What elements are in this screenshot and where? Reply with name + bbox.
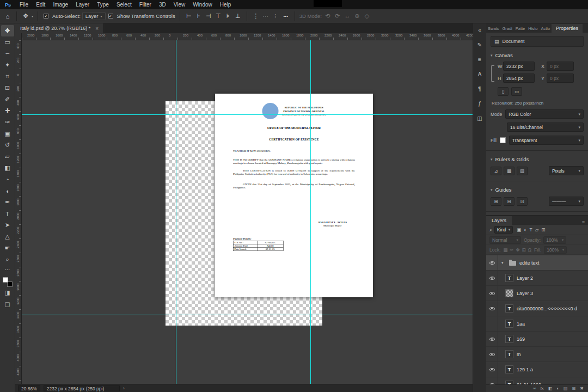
width-field[interactable]: 2232 px — [503, 62, 535, 71]
x-field[interactable]: 0 px — [547, 62, 574, 71]
layer-row[interactable]: ▾edite text — [486, 255, 588, 271]
menu-filter[interactable]: Filter — [136, 0, 155, 9]
vertical-ruler[interactable]: 4002000200400600800100012001400160018002… — [15, 40, 22, 384]
lock-transparent-icon[interactable]: ▦ — [503, 247, 507, 253]
close-icon[interactable]: × — [95, 26, 99, 32]
eyedropper-tool[interactable]: ✐ — [1, 94, 14, 105]
type-filter-icon[interactable]: T — [529, 227, 532, 232]
guide-style-select[interactable]: ——— ▾ — [549, 197, 584, 206]
screen-mode-icon[interactable]: ▢ — [1, 298, 14, 310]
lock-all-icon[interactable]: Ω — [528, 247, 531, 253]
clone-stamp-tool[interactable]: ▣ — [1, 128, 14, 139]
fill-select[interactable]: Transparent ▾ — [509, 136, 584, 145]
visibility-toggle[interactable] — [486, 255, 498, 270]
vertical-guide[interactable] — [310, 40, 311, 384]
opacity-select[interactable]: 100% ▾ — [543, 236, 566, 244]
menu-view[interactable]: View — [170, 0, 189, 9]
layer-row[interactable]: T169 — [486, 332, 588, 347]
blend-mode-select[interactable]: Normal ▾ — [489, 236, 521, 244]
visibility-toggle[interactable] — [486, 332, 498, 346]
move-tool-preset-icon[interactable]: ✥ — [21, 13, 30, 20]
menu-select[interactable]: Select — [113, 0, 136, 9]
document-type-row[interactable]: ▤ Document — [491, 36, 584, 47]
eraser-tool[interactable]: ▱ — [1, 151, 14, 162]
hand-tool[interactable]: ☛ — [1, 242, 14, 254]
lock-position-icon[interactable]: ✥ — [516, 247, 519, 253]
delete-layer-icon[interactable]: ✖ — [580, 386, 584, 391]
tab-properties[interactable]: Properties — [552, 24, 583, 33]
collapse-panels-icon[interactable]: « — [475, 26, 485, 34]
zoom-tool[interactable]: ⌕ — [1, 254, 14, 265]
smart-object-filter-icon[interactable]: ⊞ — [541, 227, 545, 232]
canvas-section-header[interactable]: ▾ Canvas — [491, 52, 584, 58]
tab-gradi[interactable]: Gradi — [500, 24, 513, 33]
landscape-orientation-button[interactable]: ▭ — [511, 87, 522, 96]
visibility-toggle[interactable] — [486, 286, 498, 301]
tab-histo[interactable]: Histo — [526, 24, 539, 33]
quick-selection-tool[interactable]: ✦ — [1, 59, 14, 71]
menu-3d[interactable]: 3D — [155, 0, 170, 9]
visibility-toggle[interactable] — [486, 347, 498, 362]
distribute-horizontal-icon[interactable]: ⋯ — [261, 13, 270, 20]
layer-row[interactable]: Tm — [486, 347, 588, 362]
filter-kind-select[interactable]: Kind ▾ — [494, 226, 513, 234]
edit-toolbar-icon[interactable]: … — [5, 265, 10, 274]
horizontal-guide[interactable] — [22, 114, 473, 115]
guide-icon-1[interactable]: ⊞ — [491, 197, 501, 206]
brush-tool[interactable]: ✑ — [1, 117, 14, 128]
align-bottom-icon[interactable]: ⊥ — [234, 13, 242, 20]
menu-image[interactable]: Image — [49, 0, 72, 9]
paragraph-panel-icon[interactable]: ¶ — [475, 84, 485, 93]
move-tool[interactable]: ✥ — [1, 25, 14, 36]
character-panel-icon[interactable]: A — [475, 70, 485, 78]
tab-layers[interactable]: Layers — [486, 216, 512, 225]
visibility-toggle[interactable] — [486, 377, 498, 384]
menu-type[interactable]: Type — [93, 0, 113, 9]
scale-3d-icon[interactable]: ◇ — [363, 13, 371, 20]
align-left-icon[interactable]: ⊢ — [185, 13, 193, 20]
drag-3d-icon[interactable]: ↔ — [343, 13, 352, 20]
menu-window[interactable]: Window — [189, 0, 216, 9]
layer-row[interactable]: TLayer 2 — [486, 271, 588, 286]
rotate-3d-icon[interactable]: ⟲ — [323, 13, 332, 20]
visibility-toggle[interactable] — [486, 301, 498, 316]
y-field[interactable]: 0 px — [547, 74, 574, 83]
horizontal-ruler[interactable]: 2000180016001400120010008006004002000200… — [22, 33, 473, 40]
portrait-orientation-button[interactable]: ▯ — [498, 87, 509, 96]
distribute-spacing-icon[interactable]: ∶ — [271, 13, 280, 20]
distribute-vertical-icon[interactable]: ⋮ — [252, 13, 260, 20]
new-layer-icon[interactable]: ⊞ — [572, 386, 576, 391]
ruler-grid-icon-1[interactable]: ⊿ — [491, 167, 501, 175]
bit-depth-select[interactable]: 16 Bits/Channel ▾ — [507, 122, 584, 132]
layer-mask-icon[interactable]: ◧ — [548, 386, 553, 391]
show-transform-checkbox[interactable]: ✓ — [108, 14, 113, 19]
blur-tool[interactable]: ◔ — [1, 174, 14, 185]
tab-actio[interactable]: Actio — [539, 24, 552, 33]
horizontal-guide[interactable] — [22, 315, 473, 315]
panel-menu-icon[interactable]: ≡ — [579, 219, 588, 225]
pen-tool[interactable]: ✒ — [1, 197, 14, 208]
align-center-horizontal-icon[interactable]: ⊦ — [194, 13, 203, 20]
gradient-tool[interactable]: ◧ — [1, 162, 14, 174]
disclosure-triangle[interactable]: ▾ — [501, 261, 506, 265]
guide-icon-3[interactable]: ⊡ — [517, 197, 528, 206]
shape-tool[interactable]: △ — [1, 231, 14, 242]
link-dimensions-icon[interactable] — [491, 65, 494, 82]
guides-section-header[interactable]: ▾ Guides — [491, 187, 584, 193]
pixel-filter-icon[interactable]: ▣ — [517, 227, 521, 232]
healing-brush-tool[interactable]: ✚ — [1, 105, 14, 117]
lock-pixels-icon[interactable]: ✑ — [510, 247, 513, 253]
adjustments-icon[interactable]: ≡ — [475, 55, 485, 64]
path-selection-tool[interactable]: ➤ — [1, 219, 14, 231]
lasso-tool[interactable]: ∽ — [1, 48, 14, 59]
height-field[interactable]: 2854 px — [503, 74, 535, 83]
layer-row[interactable]: T129 1 a — [486, 362, 588, 377]
visibility-toggle[interactable] — [486, 316, 498, 331]
ruler-origin-corner[interactable] — [15, 33, 22, 40]
lock-artboard-icon[interactable]: ⊞ — [522, 247, 526, 253]
menu-edit[interactable]: Edit — [32, 0, 49, 9]
align-center-vertical-icon[interactable]: ⊧ — [224, 13, 232, 20]
marquee-tool[interactable]: ▭ — [1, 36, 14, 48]
vertical-guide[interactable] — [176, 40, 176, 384]
zoom-level-field[interactable]: 20.86% — [18, 385, 40, 391]
